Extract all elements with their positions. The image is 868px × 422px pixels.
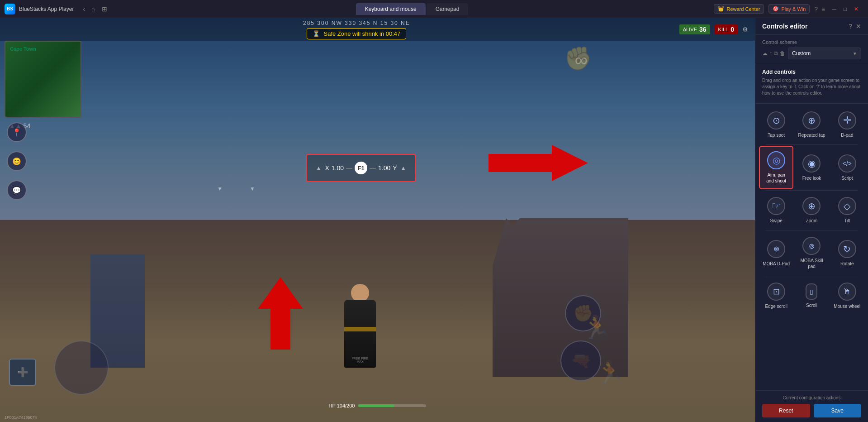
scheme-delete-icon[interactable]: 🗑 [780, 50, 785, 57]
scheme-dropdown-control[interactable]: Custom ▼ [788, 48, 861, 59]
control-moba-dpad[interactable]: ⊛ MOBA D-Pad [759, 231, 793, 275]
control-edge-scroll[interactable]: ⊡ Edge scroll [759, 277, 793, 315]
control-script[interactable]: </> Script [830, 146, 864, 189]
rotate-label: Rotate [840, 261, 854, 267]
hud-top: 285 300 NW 330 345 N 15 30 NE ⏳ Safe Zon… [0, 18, 755, 41]
add-controls-section: Add controls Drag and drop an action on … [755, 64, 868, 104]
reward-icon: 👑 [718, 6, 724, 12]
infinity-icon: ∞ [574, 50, 588, 70]
control-dpad[interactable]: ✛ D-pad [830, 106, 864, 144]
add-controls-title: Add controls [762, 69, 861, 75]
svg-marker-0 [258, 277, 303, 350]
aim-key-badge: F1 [355, 162, 367, 174]
control-moba-skill[interactable]: ⊚ MOBA Skill pad [794, 231, 829, 275]
tilt-icon: ◇ [838, 197, 856, 215]
scroll-icon: ▯ [806, 283, 817, 300]
minimap-overlay [5, 42, 81, 117]
swipe-label: Swipe [770, 218, 783, 224]
health-icon: ➕ [17, 367, 28, 378]
minimize-button[interactable]: ─ [830, 5, 839, 13]
control-scheme-section: Control scheme ☁ ↑ ⧉ 🗑 Custom ▼ [755, 35, 868, 64]
close-button[interactable]: ✕ [851, 5, 861, 13]
tilt-label: Tilt [844, 218, 850, 224]
free-look-label: Free look [802, 175, 821, 181]
scheme-cloud-icon[interactable]: ☁ [762, 50, 768, 57]
control-swipe[interactable]: ☞ Swipe [759, 192, 793, 229]
script-label: Script [841, 175, 853, 181]
mouse-wheel-label: Mouse wheel [834, 303, 860, 309]
control-mouse-wheel[interactable]: 🖱 Mouse wheel [830, 277, 864, 315]
back-button[interactable]: ‹ [81, 4, 87, 14]
repeated-tap-label: Repeated tap [798, 132, 825, 138]
swipe-icon: ☞ [767, 197, 785, 215]
moba-dpad-label: MOBA D-Pad [763, 261, 790, 267]
control-aim-pan-shoot[interactable]: ◎ Aim, panand shoot [759, 146, 793, 189]
home-button[interactable]: ⌂ [90, 4, 97, 14]
scheme-label: Control scheme [762, 39, 861, 45]
timer-icon: ⏳ [313, 30, 320, 37]
panel-help-icon[interactable]: ? [849, 23, 852, 30]
move-joystick[interactable] [54, 340, 109, 395]
control-rotate[interactable]: ↻ Rotate [830, 231, 864, 275]
emote-icon[interactable]: 😊 [7, 151, 27, 171]
control-scroll[interactable]: ▯ Scroll [794, 277, 829, 315]
windows-button[interactable]: ⊞ [100, 4, 109, 14]
app-title: BlueStacks App Player [19, 6, 74, 12]
chat-icon[interactable]: 💬 [7, 180, 27, 200]
moba-dpad-icon: ⊛ [767, 240, 785, 258]
config-actions-label: Current configuration actions [762, 395, 861, 400]
settings-icon[interactable]: ⚙ [742, 26, 748, 33]
title-icons: ? ≡ [814, 5, 825, 13]
zoom-icon: ⊕ [802, 197, 821, 215]
svg-marker-1 [489, 145, 588, 181]
shoot-button-2[interactable]: 🔫 [560, 340, 601, 381]
aim-arrows-right: ▲ [401, 165, 406, 171]
scheme-copy-icon[interactable]: ⧉ [774, 50, 778, 57]
health-item[interactable]: ➕ [9, 359, 36, 386]
maximize-button[interactable]: □ [841, 5, 849, 13]
free-look-icon: ◉ [802, 154, 821, 173]
dpad-label: D-pad [841, 132, 853, 138]
control-repeated-tap[interactable]: ⊕ Repeated tap [794, 106, 829, 144]
title-bar: BS BlueStacks App Player ‹ ⌂ ⊞ Keyboard … [0, 0, 868, 18]
title-bar-tabs: Keyboard and mouse Gamepad [117, 3, 707, 15]
window-controls: ─ □ ✕ [830, 5, 861, 13]
repeated-tap-icon: ⊕ [802, 111, 821, 129]
red-arrow-right [489, 145, 588, 181]
edge-scroll-icon: ⊡ [767, 283, 785, 301]
play-win-button[interactable]: 🎯 Play & Win [768, 4, 810, 14]
control-zoom[interactable]: ⊕ Zoom [794, 192, 829, 229]
hp-track [358, 404, 426, 407]
panel-title-icons: ? ✕ [849, 23, 861, 30]
aim-coordinates: X 1.00 — F1 — 1.00 Y [325, 162, 397, 174]
alive-stat: ALIVE 36 [679, 24, 710, 34]
reward-center-button[interactable]: 👑 Reward Center [714, 4, 764, 14]
control-tilt[interactable]: ◇ Tilt [830, 192, 864, 229]
save-button[interactable]: Save [814, 404, 862, 417]
help-icon[interactable]: ? [814, 5, 818, 13]
aim-arrows-left: ▲ [316, 165, 322, 171]
menu-icon[interactable]: ≡ [821, 5, 825, 13]
aim-control-box: ▲ X 1.00 — F1 — 1.00 Y ▲ [306, 154, 416, 182]
tab-gamepad[interactable]: Gamepad [427, 3, 469, 15]
panel-close-icon[interactable]: ✕ [856, 23, 861, 30]
fire-action-icon: 🔫 [571, 351, 591, 370]
map-marker-icon[interactable]: 📍 [7, 122, 27, 142]
scheme-export-icon[interactable]: ↑ [769, 50, 772, 57]
title-bar-right: 👑 Reward Center 🎯 Play & Win ? ≡ ─ □ ✕ [707, 4, 868, 14]
kill-stat: KILL 0 [715, 24, 738, 34]
reset-button[interactable]: Reset [762, 404, 810, 417]
panel-title-bar: Controls editor ? ✕ [755, 18, 868, 35]
dpad-icon: ✛ [838, 111, 856, 129]
control-free-look[interactable]: ◉ Free look [794, 146, 829, 189]
arrow-up-right: ▲ [401, 165, 406, 171]
title-bar-nav: ‹ ⌂ ⊞ [77, 4, 112, 14]
play-win-icon: 🎯 [773, 6, 779, 12]
aim-pan-shoot-label: Aim, panand shoot [766, 172, 786, 184]
edge-scroll-label: Edge scroll [765, 303, 787, 309]
hud-safe-zone: ⏳ Safe Zone will shrink in 00:47 [307, 28, 406, 39]
script-icon: </> [838, 154, 856, 173]
control-tap-spot[interactable]: ⊙ Tap spot [759, 106, 793, 144]
aim-pan-shoot-icon: ◎ [767, 151, 785, 169]
tab-keyboard-mouse[interactable]: Keyboard and mouse [356, 3, 426, 15]
